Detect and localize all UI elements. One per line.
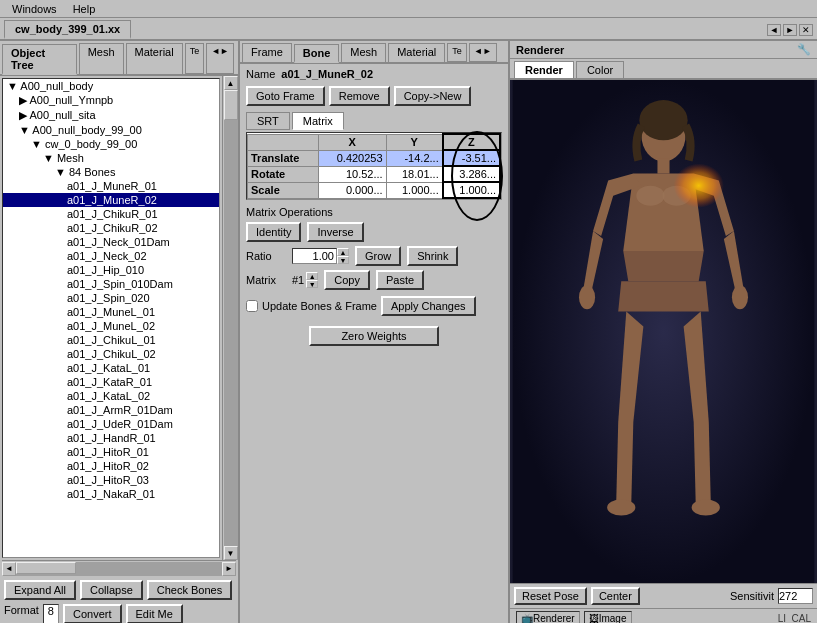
reset-pose-btn[interactable]: Reset Pose <box>514 587 587 605</box>
rotate-z[interactable]: 3.286... <box>443 166 500 182</box>
tab-render[interactable]: Render <box>514 61 574 78</box>
tab-material[interactable]: Material <box>126 43 183 74</box>
tree-node-spin020[interactable]: a01_J_Spin_020 <box>3 291 219 305</box>
translate-z[interactable]: -3.51... <box>443 150 500 166</box>
nav-left-btn[interactable]: ◄ <box>767 24 781 36</box>
paste-btn[interactable]: Paste <box>376 270 424 290</box>
tab-color[interactable]: Color <box>576 61 624 78</box>
scale-z[interactable]: 1.000... <box>443 182 500 198</box>
tree-node-uder01[interactable]: a01_J_UdeR_01Dam <box>3 417 219 431</box>
grow-btn[interactable]: Grow <box>355 246 401 266</box>
identity-btn[interactable]: Identity <box>246 222 301 242</box>
tab-frame[interactable]: Frame <box>242 43 292 62</box>
scale-y[interactable]: 1.000... <box>386 182 443 198</box>
tree-node-hip010[interactable]: a01_J_Hip_010 <box>3 263 219 277</box>
convert-btn[interactable]: Convert <box>63 604 122 623</box>
tree-node-neck02[interactable]: a01_J_Neck_02 <box>3 249 219 263</box>
tree-node-hitor03[interactable]: a01_J_HitoR_03 <box>3 473 219 487</box>
tree-node-cw0-body[interactable]: ▼ cw_0_body_99_00 <box>3 137 219 151</box>
tree-node-katar01[interactable]: a01_J_KataR_01 <box>3 375 219 389</box>
tree-node-chikul01[interactable]: a01_J_ChikuL_01 <box>3 333 219 347</box>
tab-mesh[interactable]: Mesh <box>79 43 124 74</box>
scroll-down-btn[interactable]: ▼ <box>224 546 238 560</box>
tree-hscrollbar[interactable]: ◄ ► <box>2 560 236 576</box>
tree-node-katal02[interactable]: a01_J_KataL_02 <box>3 389 219 403</box>
translate-y[interactable]: -14.2... <box>386 150 443 166</box>
tree-node-ymnpb[interactable]: ▶ A00_null_Ymnpb <box>3 93 219 108</box>
tree-node-chikur01[interactable]: a01_J_ChikuR_01 <box>3 207 219 221</box>
center-btn[interactable]: Center <box>591 587 640 605</box>
goto-frame-btn[interactable]: Goto Frame <box>246 86 325 106</box>
copy-btn[interactable]: Copy <box>324 270 370 290</box>
renderer-pin-btn[interactable]: 🔧 <box>797 43 811 56</box>
close-btn[interactable]: ✕ <box>799 24 813 36</box>
tab-te[interactable]: Te <box>185 43 205 74</box>
tree-node-armr01[interactable]: a01_J_ArmR_01Dam <box>3 403 219 417</box>
rotate-y[interactable]: 18.01... <box>386 166 443 182</box>
tree-node-munel01[interactable]: a01_J_MuneL_01 <box>3 305 219 319</box>
renderer-viewport[interactable] <box>510 80 817 583</box>
translate-x[interactable]: 0.420253 <box>318 150 386 166</box>
tab-mid-material[interactable]: Material <box>388 43 445 62</box>
tab-mid-nav[interactable]: ◄► <box>469 43 497 62</box>
remove-btn[interactable]: Remove <box>329 86 390 106</box>
ratio-spinner[interactable]: ▲ ▼ <box>292 248 349 264</box>
inverse-btn[interactable]: Inverse <box>307 222 363 242</box>
menu-help[interactable]: Help <box>65 2 104 16</box>
ratio-input[interactable] <box>292 248 337 264</box>
tab-mid-te[interactable]: Te <box>447 43 467 62</box>
menu-windows[interactable]: Windows <box>4 2 65 16</box>
tab-object-tree[interactable]: Object Tree <box>2 44 77 75</box>
scroll-thumb[interactable] <box>224 90 238 120</box>
expand-all-btn[interactable]: Expand All <box>4 580 76 600</box>
matrix-tab[interactable]: Matrix <box>292 112 344 130</box>
tree-node-neck01[interactable]: a01_J_Neck_01Dam <box>3 235 219 249</box>
tree-node-null-body[interactable]: ▼ A00_null_body <box>3 79 219 93</box>
tree-node-mesh[interactable]: ▼ Mesh <box>3 151 219 165</box>
hscroll-right-btn[interactable]: ► <box>222 562 236 576</box>
tab-bone[interactable]: Bone <box>294 44 340 63</box>
check-bones-btn[interactable]: Check Bones <box>147 580 232 600</box>
ratio-down-btn[interactable]: ▼ <box>337 256 349 264</box>
tree-node-muner01[interactable]: a01_J_MuneR_01 <box>3 179 219 193</box>
tree-node-84bones[interactable]: ▼ 84 Bones <box>3 165 219 179</box>
sensitivity-input[interactable] <box>778 588 813 604</box>
table-row-scale[interactable]: Scale 0.000... 1.000... 1.000... <box>248 182 501 198</box>
scale-x[interactable]: 0.000... <box>318 182 386 198</box>
table-row-translate[interactable]: Translate 0.420253 -14.2... -3.51... <box>248 150 501 166</box>
matrix-down-btn[interactable]: ▼ <box>306 280 318 288</box>
collapse-btn[interactable]: Collapse <box>80 580 143 600</box>
tree-node-hitor02[interactable]: a01_J_HitoR_02 <box>3 459 219 473</box>
tree-node-hitor01[interactable]: a01_J_HitoR_01 <box>3 445 219 459</box>
tree-node-nakar01[interactable]: a01_J_NakaR_01 <box>3 487 219 501</box>
update-bones-checkbox[interactable] <box>246 300 258 312</box>
update-bones-label: Update Bones & Frame <box>262 300 377 312</box>
copy-new-btn[interactable]: Copy->New <box>394 86 472 106</box>
hscroll-thumb[interactable] <box>16 562 76 574</box>
tree-node-chikur02[interactable]: a01_J_ChikuR_02 <box>3 221 219 235</box>
tab-nav[interactable]: ◄► <box>206 43 234 74</box>
zero-weights-btn[interactable]: Zero Weights <box>309 326 438 346</box>
tree-node-katal01[interactable]: a01_J_KataL_01 <box>3 361 219 375</box>
apply-changes-btn[interactable]: Apply Changes <box>381 296 476 316</box>
tab-mid-mesh[interactable]: Mesh <box>341 43 386 62</box>
ratio-up-btn[interactable]: ▲ <box>337 248 349 256</box>
srt-tab[interactable]: SRT <box>246 112 290 130</box>
rotate-x[interactable]: 10.52... <box>318 166 386 182</box>
tree-node-spin010[interactable]: a01_J_Spin_010Dam <box>3 277 219 291</box>
tree-node-muner02[interactable]: a01_J_MuneR_02 <box>3 193 219 207</box>
tree-node-munel02[interactable]: a01_J_MuneL_02 <box>3 319 219 333</box>
tree-node-chikul02[interactable]: a01_J_ChikuL_02 <box>3 347 219 361</box>
nav-right-btn[interactable]: ► <box>783 24 797 36</box>
hscroll-left-btn[interactable]: ◄ <box>2 562 16 576</box>
tree-node-null-body-99[interactable]: ▼ A00_null_body_99_00 <box>3 123 219 137</box>
tree-node-handr01[interactable]: a01_J_HandR_01 <box>3 431 219 445</box>
scroll-up-btn[interactable]: ▲ <box>224 76 238 90</box>
tree-vscrollbar[interactable]: ▲ ▼ <box>222 76 238 560</box>
shrink-btn[interactable]: Shrink <box>407 246 458 266</box>
document-tab[interactable]: cw_body_399_01.xx <box>4 20 131 39</box>
edit-me-btn[interactable]: Edit Me <box>126 604 183 623</box>
tree-node-sita[interactable]: ▶ A00_null_sita <box>3 108 219 123</box>
matrix-up-btn[interactable]: ▲ <box>306 272 318 280</box>
table-row-rotate[interactable]: Rotate 10.52... 18.01... 3.286... <box>248 166 501 182</box>
